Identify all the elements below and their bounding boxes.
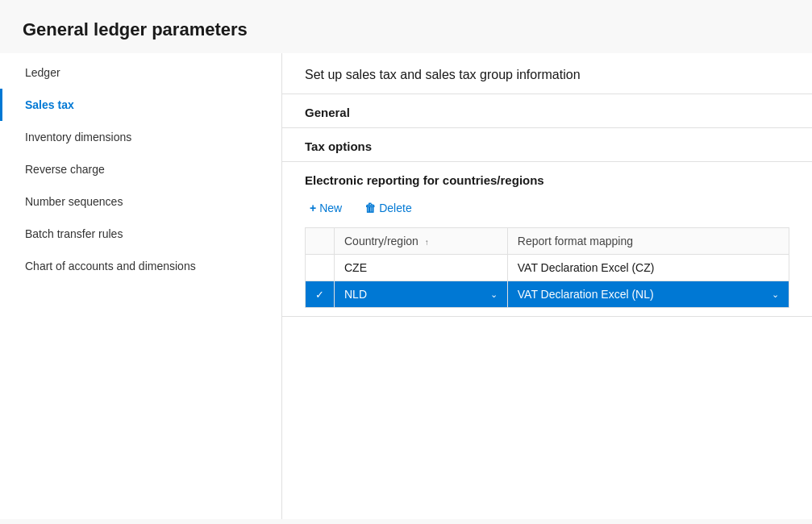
sidebar-item-reverse-charge[interactable]: Reverse charge [0, 153, 281, 185]
sidebar-item-batch-transfer-rules[interactable]: Batch transfer rules [0, 218, 281, 250]
sidebar-item-number-sequences[interactable]: Number sequences [0, 185, 281, 218]
row-report-1[interactable]: VAT Declaration Excel (NL)⌄ [507, 281, 789, 308]
trash-icon: 🗑 [364, 202, 376, 214]
main-header: Set up sales tax and sales tax group inf… [282, 53, 812, 94]
row-report-0[interactable]: VAT Declaration Excel (CZ) [507, 255, 789, 281]
section-electronic-reporting: Electronic reporting for countries/regio… [282, 162, 812, 317]
sort-icon: ↑ [425, 238, 429, 247]
row-country-1[interactable]: NLD⌄ [335, 281, 508, 308]
col-checkbox [306, 228, 335, 255]
sidebar-item-chart-of-accounts[interactable]: Chart of accounts and dimensions [0, 250, 281, 282]
report-dropdown-arrow-1[interactable]: ⌄ [772, 289, 779, 300]
country-link-1[interactable]: NLD [344, 288, 367, 301]
sidebar-item-inventory-dimensions[interactable]: Inventory dimensions [0, 121, 281, 153]
sidebar-item-ledger[interactable]: Ledger [0, 56, 281, 89]
table-toolbar: + New 🗑 Delete [305, 198, 789, 218]
delete-button-label: Delete [379, 202, 411, 214]
country-dropdown-arrow-1[interactable]: ⌄ [490, 289, 498, 300]
sidebar: LedgerSales taxInventory dimensionsRever… [0, 53, 282, 519]
row-country-0[interactable]: CZE [335, 255, 508, 281]
table-row[interactable]: CZEVAT Declaration Excel (CZ) [306, 255, 789, 281]
row-checkbox-0[interactable] [306, 255, 335, 281]
delete-button[interactable]: 🗑 Delete [360, 198, 416, 218]
table-row[interactable]: ✓NLD⌄VAT Declaration Excel (NL)⌄ [306, 281, 789, 308]
check-icon: ✓ [315, 289, 324, 301]
plus-icon: + [310, 202, 316, 214]
row-checkbox-1[interactable]: ✓ [306, 281, 335, 308]
main-content: Set up sales tax and sales tax group inf… [282, 53, 812, 519]
col-report-format: Report format mapping [507, 228, 789, 255]
countries-table: Country/region ↑ Report format mapping C… [305, 227, 789, 308]
sidebar-item-sales-tax[interactable]: Sales tax [0, 89, 281, 121]
electronic-reporting-title: Electronic reporting for countries/regio… [305, 173, 789, 187]
col-country-region[interactable]: Country/region ↑ [335, 228, 508, 255]
section-general: General [282, 94, 812, 128]
report-link-1[interactable]: VAT Declaration Excel (NL) [518, 288, 654, 301]
page-title: General ledger parameters [0, 0, 812, 53]
new-button-label: New [319, 202, 342, 214]
new-button[interactable]: + New [305, 198, 347, 218]
section-tax-options: Tax options [282, 128, 812, 162]
